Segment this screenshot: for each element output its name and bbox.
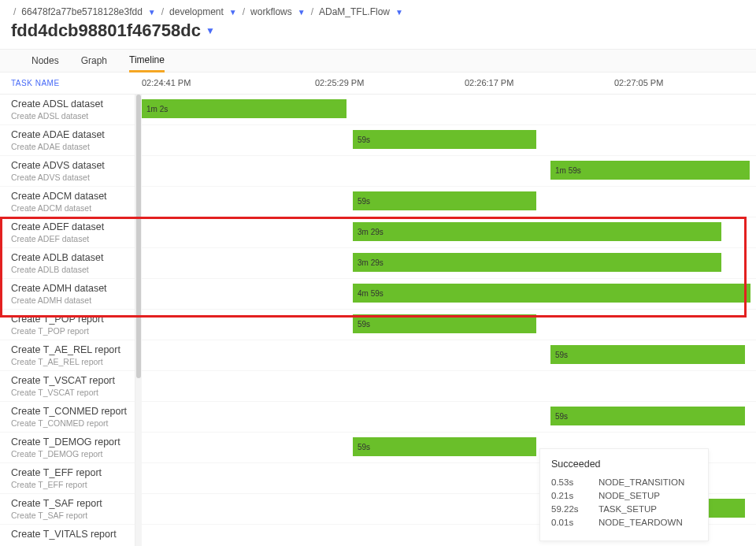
task-row[interactable]: Create ADVS datasetCreate ADVS dataset xyxy=(0,156,135,187)
tooltip-status: Succeeded xyxy=(551,459,697,470)
gantt-row: 59s xyxy=(142,187,756,217)
task-title: Create T_CONMED report xyxy=(11,406,135,417)
breadcrumb-sep: / xyxy=(243,6,245,17)
tooltip-time: 59.22s xyxy=(551,504,598,514)
tooltip-time: 0.53s xyxy=(551,477,598,487)
task-title: Create T_VSCAT report xyxy=(11,375,135,386)
gantt-header: TASK NAME 02:24:41 PM 02:25:29 PM 02:26:… xyxy=(0,72,756,95)
gantt-bar[interactable]: 3m 29s xyxy=(353,222,721,241)
scrollbar-thumb[interactable] xyxy=(136,95,141,378)
tooltip: Succeeded 0.53sNODE_TRANSITION0.21sNODE_… xyxy=(539,448,709,541)
task-subtitle: Create T_CONMED report xyxy=(11,418,135,428)
tooltip-time: 0.21s xyxy=(551,491,598,500)
tooltip-label: NODE_TRANSITION xyxy=(598,477,684,487)
task-row[interactable]: Create T_VSCAT reportCreate T_VSCAT repo… xyxy=(0,371,135,402)
task-subtitle: Create T_SAF report xyxy=(11,511,135,520)
time-tick: 02:25:29 PM xyxy=(315,78,364,87)
tooltip-row: 0.21sNODE_SETUP xyxy=(551,491,697,500)
breadcrumb-dev[interactable]: development xyxy=(169,6,224,17)
task-title: Create T_POP report xyxy=(11,314,135,325)
tooltip-row: 0.53sNODE_TRANSITION xyxy=(551,477,697,487)
gantt-bar[interactable]: 59s xyxy=(353,437,536,456)
task-title: Create T_VITALS report xyxy=(11,529,135,540)
task-row[interactable]: Create T_EFF reportCreate T_EFF report xyxy=(0,463,135,494)
chevron-down-icon[interactable]: ▼ xyxy=(298,8,306,17)
tooltip-label: TASK_SETUP xyxy=(598,504,657,514)
breadcrumb-sep: / xyxy=(13,6,16,17)
task-title: Create ADLB dataset xyxy=(11,252,135,263)
task-subtitle: Create ADSL dataset xyxy=(11,111,135,121)
task-row[interactable]: Create T_POP reportCreate T_POP report xyxy=(0,310,135,340)
task-title: Create ADSL dataset xyxy=(11,98,135,110)
tabs: Nodes Graph Timeline xyxy=(0,49,756,72)
time-tick: 02:27:05 PM xyxy=(614,78,663,87)
chevron-down-icon[interactable]: ▼ xyxy=(395,8,403,17)
tooltip-label: NODE_TEARDOWN xyxy=(598,518,683,527)
timeline-header: 02:24:41 PM 02:25:29 PM 02:26:17 PM 02:2… xyxy=(142,72,756,94)
task-subtitle: Create ADLB dataset xyxy=(11,265,135,274)
breadcrumb-sep: / xyxy=(161,6,164,17)
breadcrumb-workflows[interactable]: workflows xyxy=(250,6,292,17)
gantt-bar[interactable]: 59s xyxy=(550,407,745,425)
task-subtitle: Create ADVS dataset xyxy=(11,173,135,182)
gantt-row xyxy=(142,371,756,402)
page-title: fdd4dcb98801f46758dc ▼ xyxy=(0,19,756,49)
task-row[interactable]: Create ADAE datasetCreate ADAE dataset xyxy=(0,125,135,156)
task-row[interactable]: Create ADCM datasetCreate ADCM dataset xyxy=(0,187,135,217)
task-title: Create ADVS dataset xyxy=(11,160,135,171)
task-title: Create T_SAF report xyxy=(11,498,135,509)
task-subtitle: Create ADAE dataset xyxy=(11,142,135,151)
gantt-row: 59s xyxy=(142,310,756,340)
gantt-bar[interactable]: 59s xyxy=(550,345,745,364)
gantt-bar[interactable]: 4m 59s xyxy=(353,284,750,303)
time-tick: 02:26:17 PM xyxy=(465,78,513,87)
chevron-down-icon[interactable]: ▼ xyxy=(148,8,156,17)
gantt-bar[interactable]: 59s xyxy=(353,130,536,149)
task-title: Create ADCM dataset xyxy=(11,191,135,202)
task-title: Create T_EFF report xyxy=(11,467,135,478)
task-row[interactable]: Create ADSL datasetCreate ADSL dataset xyxy=(0,95,135,125)
gantt-bar[interactable]: 1m 2s xyxy=(142,99,346,118)
breadcrumb-flow[interactable]: ADaM_TFL.Flow xyxy=(319,6,390,17)
tooltip-time: 0.01s xyxy=(551,518,598,527)
chevron-down-icon[interactable]: ▼ xyxy=(206,25,215,36)
task-subtitle: Create ADEF dataset xyxy=(11,234,135,243)
task-subtitle: Create T_EFF report xyxy=(11,480,135,489)
breadcrumb-id[interactable]: 66478f2a77be5718128e3fdd xyxy=(21,6,143,17)
gantt-row: 59s xyxy=(142,402,756,433)
task-subtitle: Create T_AE_REL report xyxy=(11,357,135,366)
tooltip-row: 0.01sNODE_TEARDOWN xyxy=(551,518,697,527)
task-subtitle: Create T_VSCAT report xyxy=(11,388,135,397)
task-list: Create ADSL datasetCreate ADSL datasetCr… xyxy=(0,95,135,546)
task-row[interactable]: Create ADLB datasetCreate ADLB dataset xyxy=(0,248,135,279)
gantt-bar[interactable]: 59s xyxy=(353,191,536,210)
task-title: Create ADAE dataset xyxy=(11,129,135,140)
breadcrumb-sep: / xyxy=(311,6,313,17)
task-name-header: TASK NAME xyxy=(0,79,135,87)
task-subtitle: Create T_DEMOG report xyxy=(11,449,135,459)
task-row[interactable]: Create T_DEMOG reportCreate T_DEMOG repo… xyxy=(0,433,135,463)
tab-nodes[interactable]: Nodes xyxy=(32,50,59,72)
task-row[interactable]: Create T_AE_REL reportCreate T_AE_REL re… xyxy=(0,340,135,371)
task-row[interactable]: Create T_CONMED reportCreate T_CONMED re… xyxy=(0,402,135,433)
gantt-bar[interactable]: 3m 29s xyxy=(353,253,721,272)
task-row[interactable]: Create T_SAF reportCreate T_SAF report xyxy=(0,494,135,525)
gantt-row: 1m 59s xyxy=(142,156,756,187)
scrollbar[interactable] xyxy=(135,95,142,546)
gantt-bar[interactable]: 1m 59s xyxy=(550,161,750,180)
task-title: Create T_DEMOG report xyxy=(11,436,135,448)
breadcrumb: / 66478f2a77be5718128e3fdd▼ / developmen… xyxy=(0,0,756,19)
task-row[interactable]: Create ADEF datasetCreate ADEF dataset xyxy=(0,217,135,248)
tab-timeline[interactable]: Timeline xyxy=(129,50,165,72)
task-row[interactable]: Create ADMH datasetCreate ADMH dataset xyxy=(0,279,135,310)
tab-graph[interactable]: Graph xyxy=(81,50,107,72)
gantt-bar[interactable]: 59s xyxy=(353,314,536,333)
page-title-text: fdd4dcb98801f46758dc xyxy=(11,20,201,41)
chevron-down-icon[interactable]: ▼ xyxy=(229,8,237,17)
gantt-row: 1m 2s xyxy=(142,95,756,125)
task-title: Create ADMH dataset xyxy=(11,283,135,294)
task-title: Create ADEF dataset xyxy=(11,221,135,232)
gantt-row: 59s xyxy=(142,340,756,371)
task-row[interactable]: Create T_VITALS report xyxy=(0,525,135,546)
task-subtitle: Create ADMH dataset xyxy=(11,295,135,305)
